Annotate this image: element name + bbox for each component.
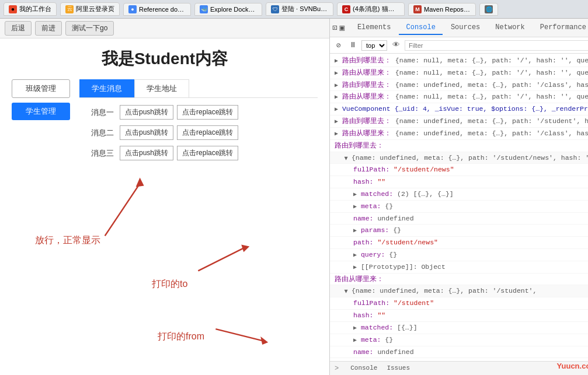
log-line-4: ▶ VueComponent {_uid: 4, _isVue: true, $… xyxy=(330,103,588,115)
svg-marker-3 xyxy=(241,244,249,252)
msg-label-2: 消息二 xyxy=(91,128,114,138)
tab-codium[interactable]: C (4条消息) 猫四号的... xyxy=(337,2,405,16)
svg-line-4 xyxy=(215,329,262,341)
log-line-5: ▶ 路由到哪里去： {name: undefined, meta: {…}, p… xyxy=(330,115,588,128)
svg-line-0 xyxy=(105,184,140,236)
tab-workbench[interactable]: ● 我的工作台 xyxy=(4,2,57,16)
annotation-pass: 放行，正常显示 xyxy=(35,234,100,247)
tab-aliyun[interactable]: 云 阿里云登录页 xyxy=(60,2,120,16)
annotation-to: 打印的to xyxy=(152,278,187,290)
tab-sources[interactable]: Sources xyxy=(444,21,487,35)
eye-icon[interactable]: 👁 xyxy=(391,40,401,51)
log-line-7: 路由到哪里去： xyxy=(330,140,588,152)
favicon-maven: M xyxy=(413,5,422,13)
log-line-3: ▶ 路由从哪里来： {name: null, meta: {…}, path: … xyxy=(330,91,588,103)
svg-line-2 xyxy=(198,247,245,271)
console-content[interactable]: ▶ 路由到哪里去： {name: null, meta: {…}, path: … xyxy=(330,54,588,361)
devtools-panel: ⊡ ▣ Elements Console Sources Network Per… xyxy=(330,19,588,375)
tab-elements[interactable]: Elements xyxy=(350,21,398,35)
devtools-tabs: ⊡ ▣ Elements Console Sources Network Per… xyxy=(330,19,588,37)
log-line-22: ▶ matched: [{…}] xyxy=(330,322,588,334)
log-line-20: fullPath: "/student" xyxy=(330,297,588,310)
log-line-0: ▶ 路由到哪里去： {name: null, meta: {…}, path: … xyxy=(330,55,588,67)
list-item-1: 消息一 点击push跳转 点击replace跳转 xyxy=(91,105,318,120)
log-line-17: ▶ [[Prototype]]: Object xyxy=(330,261,588,274)
message-list: 消息一 点击push跳转 点击replace跳转 消息二 点击push跳转 点击… xyxy=(79,105,318,160)
favicon-workbench: ● xyxy=(9,5,17,13)
sidebar: 班级管理 学生管理 xyxy=(12,79,70,166)
bottom-tab-issues[interactable]: Issues xyxy=(387,363,410,373)
favicon-reference: ● xyxy=(128,5,137,13)
log-line-15: path: "/student/news" xyxy=(330,237,588,249)
sidebar-item-student[interactable]: 学生管理 xyxy=(12,103,70,120)
replace-btn-1[interactable]: 点击replace跳转 xyxy=(177,105,238,120)
replace-btn-3[interactable]: 点击replace跳转 xyxy=(177,146,238,160)
list-item-2: 消息二 点击push跳转 点击replace跳转 xyxy=(91,125,318,140)
content-area: 学生消息 学生地址 消息一 点击push跳转 点击replace跳转 消息二 点… xyxy=(79,79,318,166)
log-line-8: ▶ {name: undefined, meta: {…}, path: '/s… xyxy=(330,152,588,164)
test-button[interactable]: 测试一下go xyxy=(65,21,114,36)
log-line-11: ▶ matched: (2) [{…}, {…}] xyxy=(330,188,588,201)
tab-performance[interactable]: Performance xyxy=(533,21,588,35)
browser-topbar: ● 我的工作台 云 阿里云登录页 ● Reference docum... 🐳 … xyxy=(0,0,588,19)
devtools-undock-icon[interactable]: ⊡ xyxy=(332,23,337,33)
favicon-aliyun: 云 xyxy=(65,5,74,13)
log-line-24: name: undefined xyxy=(330,346,588,359)
favicon-docker: 🐳 xyxy=(200,5,208,13)
log-line-1: ▶ 路由从哪里来： {name: null, meta: {…}, path: … xyxy=(330,67,588,79)
page-content: 我是Student内容 班级管理 学生管理 学生消息 学生地址 xyxy=(0,38,329,375)
tab-reference[interactable]: ● Reference docum... xyxy=(123,3,191,16)
tab-student-news[interactable]: 学生消息 xyxy=(79,79,134,97)
tab-svn[interactable]: 🛡 登陆 · SVNBucket xyxy=(266,2,333,16)
log-line-2: ▶ 路由到哪里去： {name: undefined, meta: {…}, p… xyxy=(330,79,588,92)
msg-label-3: 消息三 xyxy=(91,148,114,159)
devtools-bottom-bar: > Console Issues xyxy=(330,361,588,375)
devtools-dock-icon[interactable]: ▣ xyxy=(339,23,344,33)
tab-bar: 学生消息 学生地址 xyxy=(79,79,318,98)
log-line-16: ▶ query: {} xyxy=(330,249,588,261)
log-line-9: fullPath: "/student/news" xyxy=(330,164,588,176)
tab-docker[interactable]: 🐳 Explore Docker's... xyxy=(194,3,262,16)
watermark: Yuucn.com xyxy=(557,362,588,370)
console-pause-icon[interactable]: ⏸ xyxy=(347,40,358,51)
svg-marker-1 xyxy=(136,178,144,187)
filter-input[interactable] xyxy=(405,40,588,51)
main-area: 后退 前进 测试一下go 我是Student内容 班级管理 学生管理 学生消息 … xyxy=(0,19,588,375)
page-title: 我是Student内容 xyxy=(12,48,318,70)
push-btn-2[interactable]: 点击push跳转 xyxy=(120,125,173,140)
push-btn-1[interactable]: 点击push跳转 xyxy=(120,105,173,120)
push-btn-3[interactable]: 点击push跳转 xyxy=(120,146,173,160)
favicon-codium: C xyxy=(342,5,350,13)
msg-label-1: 消息一 xyxy=(91,107,114,118)
context-select[interactable]: top xyxy=(361,40,387,51)
log-line-10: hash: "" xyxy=(330,176,588,188)
favicon-svn: 🛡 xyxy=(271,5,279,13)
devtools-toolbar: ⊘ ⏸ top 👁 xyxy=(330,37,588,54)
log-line-6: ▶ 路由从哪里来： {name: undefined, meta: {…}, p… xyxy=(330,128,588,140)
log-line-23: ▶ meta: {} xyxy=(330,334,588,346)
log-line-12: ▶ meta: {} xyxy=(330,201,588,213)
svg-marker-5 xyxy=(260,337,268,345)
tab-student-address[interactable]: 学生地址 xyxy=(134,79,189,97)
favicon-extra: 🌐 xyxy=(485,5,493,13)
log-line-18: 路由从哪里来： xyxy=(330,274,588,286)
log-line-14: ▶ params: {} xyxy=(330,225,588,237)
log-line-13: name: undefined xyxy=(330,213,588,225)
tab-console[interactable]: Console xyxy=(399,21,442,35)
bottom-tab-console[interactable]: Console xyxy=(350,363,377,373)
annotation-from: 打印的from xyxy=(158,331,204,343)
tab-maven[interactable]: M Maven Repository... xyxy=(408,3,476,16)
forward-button[interactable]: 前进 xyxy=(35,21,62,36)
nav-toolbar: 后退 前进 测试一下go xyxy=(0,19,329,38)
list-item-3: 消息三 点击push跳转 点击replace跳转 xyxy=(91,146,318,160)
log-line-21: hash: "" xyxy=(330,310,588,322)
console-clear-icon[interactable]: ⊘ xyxy=(333,40,344,51)
log-line-19: ▶ {name: undefined, meta: {…}, path: '/s… xyxy=(330,285,588,297)
tab-network[interactable]: Network xyxy=(488,21,531,35)
chevron-right-icon: > xyxy=(335,365,339,373)
back-button[interactable]: 后退 xyxy=(5,21,32,36)
page-layout: 班级管理 学生管理 学生消息 学生地址 消息一 点击push跳转 xyxy=(12,79,318,166)
sidebar-item-class[interactable]: 班级管理 xyxy=(12,79,70,98)
tab-extra[interactable]: 🌐 xyxy=(479,3,498,16)
replace-btn-2[interactable]: 点击replace跳转 xyxy=(177,125,238,140)
